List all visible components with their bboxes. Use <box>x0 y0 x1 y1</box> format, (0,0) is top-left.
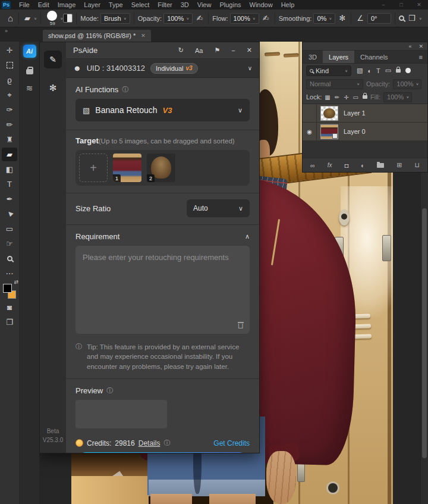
menu-file[interactable]: File <box>15 0 34 10</box>
info-icon[interactable]: ⓘ <box>122 85 128 94</box>
pin-icon[interactable]: ⚑ <box>214 46 220 54</box>
settings-button[interactable]: ✻ <box>49 83 57 93</box>
details-link[interactable]: Details <box>139 439 160 447</box>
menu-help[interactable]: Help <box>277 0 299 10</box>
panel-menu-icon[interactable]: ≡ <box>414 54 427 61</box>
move-tool[interactable]: ✛ <box>2 43 17 57</box>
smoothing-gear-icon[interactable]: ✻ <box>337 14 347 23</box>
add-image-button[interactable]: + <box>79 154 108 182</box>
gradient-tool[interactable]: ◧ <box>2 162 17 176</box>
layer-row-1[interactable]: Layer 1 <box>303 104 427 123</box>
brush-tool[interactable]: ✏ <box>2 118 17 132</box>
generate-button[interactable]: Generate immediately <box>75 452 250 453</box>
size-ratio-select[interactable]: Auto ∨ <box>187 199 250 217</box>
close-panel-icon[interactable]: ✕ <box>247 46 252 54</box>
tab-channels[interactable]: Channels <box>354 51 394 64</box>
layer-mask-icon[interactable]: ◘ <box>344 162 348 169</box>
tool-preset[interactable]: ▰ ∨ <box>23 14 37 23</box>
filter-kind-select[interactable]: Kind ∨ <box>306 65 351 76</box>
filter-image-icon[interactable]: ▧ <box>357 67 363 74</box>
brush-preset-picker[interactable]: 59 <box>45 10 60 27</box>
angle-input[interactable]: 0° <box>367 13 391 24</box>
maximize-button[interactable]: □ <box>392 0 410 10</box>
minimize-button[interactable]: − <box>374 0 392 10</box>
layer-1-thumbnail[interactable] <box>320 106 338 121</box>
chevron-down-icon[interactable]: ∨ <box>248 65 252 71</box>
minimize-panel-icon[interactable]: − <box>231 47 235 54</box>
document-tab[interactable]: show.psd @ 116% (RGB/8#) * ✕ <box>43 30 151 42</box>
path-select-tool[interactable]: ► <box>2 207 17 221</box>
lock-transparency-icon[interactable]: ▦ <box>325 94 330 101</box>
new-layer-icon[interactable]: ⊞ <box>396 161 402 169</box>
briefcase-icon[interactable] <box>26 69 33 74</box>
target-thumbnail-1[interactable]: 1 <box>113 154 141 182</box>
refresh-icon[interactable]: ↻ <box>178 46 184 54</box>
workspace-switcher[interactable]: ❒ ∨ <box>407 14 422 23</box>
swap-colors-icon[interactable]: ⇄ <box>14 279 18 285</box>
eraser-tool[interactable]: ▰ <box>2 148 17 161</box>
toolbar-collapse-icon[interactable]: » <box>5 28 7 34</box>
filter-type-icon[interactable]: T <box>376 67 380 74</box>
link-layers-icon[interactable]: ∞ <box>310 162 315 169</box>
rectangle-tool[interactable]: ▭ <box>2 222 17 236</box>
filter-toggle-icon[interactable] <box>405 68 411 73</box>
menu-edit[interactable]: Edit <box>34 0 54 10</box>
info-icon[interactable]: ⓘ <box>106 386 113 395</box>
eyedropper-tool[interactable]: ✑ <box>2 103 17 117</box>
text-style-icon[interactable]: Aa <box>195 47 203 54</box>
hand-tool[interactable]: ☞ <box>2 237 17 251</box>
menu-image[interactable]: Image <box>54 0 80 10</box>
type-tool[interactable]: T <box>2 177 17 191</box>
fill-input[interactable]: 100% ∨ <box>383 92 412 102</box>
psaide-plugin-icon[interactable]: Ai <box>23 45 36 58</box>
object-selection-tool[interactable]: ⌖ <box>2 88 17 102</box>
clone-stamp-tool[interactable]: ♜ <box>2 133 17 146</box>
lock-artboard-icon[interactable]: ▭ <box>353 94 358 101</box>
search-icon[interactable] <box>399 15 404 21</box>
pen-tool[interactable]: ✒ <box>2 192 17 206</box>
function-select[interactable]: ▧ Banana Retouch V3 ∨ <box>75 99 250 121</box>
layer-opacity-input[interactable]: 100% ∨ <box>393 79 421 89</box>
foreground-color-swatch[interactable] <box>3 284 12 293</box>
quick-mask-button[interactable]: ◙ <box>2 300 17 314</box>
visibility-toggle-empty[interactable] <box>303 104 317 122</box>
adjustment-layer-icon[interactable]: ◐ <box>361 162 365 169</box>
menu-select[interactable]: Select <box>127 0 154 10</box>
delete-layer-icon[interactable]: ⊔ <box>414 161 420 169</box>
mode-select[interactable]: Brush ∨ <box>100 13 130 24</box>
more-tools[interactable]: ⋯ <box>2 267 17 280</box>
opacity-select[interactable]: 100% ∨ <box>163 13 193 24</box>
smoothing-select[interactable]: 0% ∨ <box>313 13 335 24</box>
layer-style-icon[interactable]: fx <box>328 162 332 168</box>
lasso-tool[interactable]: ϱ <box>2 73 17 87</box>
vertical-scrollbar[interactable] <box>420 173 428 504</box>
menu-type[interactable]: Type <box>105 0 127 10</box>
flow-select[interactable]: 100% ∨ <box>230 13 259 24</box>
zoom-tool[interactable] <box>2 252 17 265</box>
get-credits-link[interactable]: Get Credits <box>213 439 250 447</box>
pressure-opacity-icon[interactable]: ✍ <box>194 14 204 23</box>
menu-layer[interactable]: Layer <box>80 0 105 10</box>
layer-name[interactable]: Layer 0 <box>344 128 366 135</box>
sliders-icon[interactable]: ≋ <box>26 83 33 93</box>
collapse-panel-icon[interactable]: « <box>408 43 411 49</box>
visibility-toggle-eye-icon[interactable]: ◉ <box>303 123 317 140</box>
menu-3d[interactable]: 3D <box>177 0 193 10</box>
layer-row-0[interactable]: ◉ Layer 0 <box>303 123 427 141</box>
clear-trash-icon[interactable]: ⊔ <box>238 322 244 329</box>
airbrush-icon[interactable]: ✍ <box>261 14 271 23</box>
filter-lock-icon[interactable] <box>396 69 401 73</box>
close-button[interactable]: ✕ <box>410 0 428 10</box>
close-panel-icon[interactable]: ✕ <box>418 43 423 49</box>
screen-mode-button[interactable]: ❐ <box>2 315 17 329</box>
lock-pixels-icon[interactable]: ✏ <box>335 94 339 101</box>
new-group-icon[interactable] <box>377 163 384 168</box>
menu-view[interactable]: View <box>193 0 216 10</box>
layer-0-thumbnail[interactable] <box>320 124 338 139</box>
home-icon[interactable]: ⌂ <box>6 13 15 23</box>
menu-plugins[interactable]: Plugins <box>215 0 245 10</box>
menu-filter[interactable]: Filter <box>153 0 176 10</box>
filter-shape-icon[interactable]: ▭ <box>385 67 391 74</box>
brush-panel-toggle-icon[interactable] <box>63 14 73 23</box>
target-thumbnail-2[interactable]: 2 <box>147 154 175 182</box>
